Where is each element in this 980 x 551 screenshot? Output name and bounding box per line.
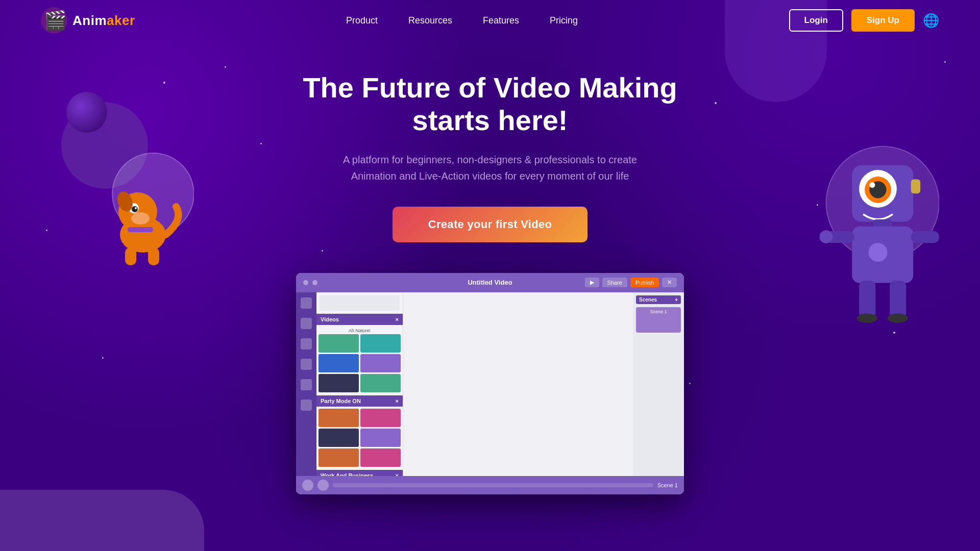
panel-section-videos: Videos × (316, 314, 403, 325)
svg-rect-27 (890, 281, 906, 318)
svg-point-22 (869, 243, 888, 262)
thumb-3 (318, 354, 359, 372)
robot-character (817, 128, 939, 337)
sidebar-text-icon[interactable] (301, 338, 312, 349)
panel-party-grid (316, 409, 403, 470)
wave-decoration (0, 490, 204, 551)
panel-category-label: Ah Nature! (316, 327, 403, 334)
svg-point-5 (131, 212, 150, 224)
app-dot-1 (303, 280, 308, 285)
svg-rect-19 (911, 180, 920, 194)
scenes-title: Scenes + (636, 295, 681, 304)
svg-rect-12 (148, 247, 159, 265)
thumb-8 (360, 409, 401, 427)
sidebar-shapes-icon[interactable] (301, 359, 312, 370)
globe-icon[interactable]: 🌐 (923, 13, 939, 29)
svg-rect-24 (911, 231, 939, 243)
svg-rect-11 (125, 247, 136, 265)
sidebar-search-icon[interactable] (301, 297, 312, 309)
app-bar-actions: ▶ Share Publish ✕ (585, 278, 677, 287)
svg-point-7 (132, 206, 138, 212)
nav-pricing[interactable]: Pricing (550, 15, 578, 26)
thumb-6 (360, 374, 401, 392)
app-body: Videos × Ah Nature! Party Mode ON × (296, 292, 684, 476)
panel-section-work: Work And Business × (316, 470, 403, 476)
thumb-12 (360, 448, 401, 467)
login-button[interactable]: Login (789, 9, 843, 32)
svg-text:🎬: 🎬 (44, 9, 67, 31)
timeline-avatar-1 (302, 480, 313, 491)
svg-point-18 (869, 182, 875, 188)
nav-links: Product Resources Features Pricing (346, 15, 578, 26)
nav-right: Login Sign Up 🌐 (789, 9, 939, 32)
app-dot-2 (312, 280, 317, 285)
logo-text: Animaker (72, 13, 135, 29)
navbar: 🎬 Animaker Product Resources Features Pr… (0, 0, 980, 41)
svg-point-25 (820, 230, 833, 243)
thumb-11 (318, 448, 359, 467)
sidebar-audio-icon[interactable] (301, 399, 312, 411)
thumb-4 (360, 354, 401, 372)
timeline-scene-label: Scene 1 (657, 482, 678, 488)
app-canvas[interactable] (403, 292, 633, 476)
thumb-1 (318, 334, 359, 353)
nav-pricing-link[interactable]: Pricing (550, 15, 578, 26)
app-sidebar (296, 292, 316, 476)
hero-subtitle: A platform for beginners, non-designers … (332, 152, 648, 184)
app-asset-panel: Videos × Ah Nature! Party Mode ON × (316, 292, 403, 476)
scene-1-label: Scene 1 (636, 307, 681, 316)
thumb-2 (360, 334, 401, 353)
app-share-btn[interactable]: Share (602, 278, 627, 287)
nav-product-link[interactable]: Product (346, 15, 378, 26)
app-title: Untitled Video (468, 279, 512, 286)
sidebar-char-icon[interactable] (301, 379, 312, 390)
svg-point-29 (887, 314, 908, 323)
thumb-5 (318, 374, 359, 392)
hero-title: The Future of Video Making starts here! (260, 71, 720, 137)
svg-point-28 (856, 314, 877, 323)
app-publish-btn[interactable]: Publish (630, 278, 659, 287)
app-screenshot: Untitled Video ▶ Share Publish ✕ (296, 273, 684, 494)
thumb-9 (318, 429, 359, 447)
panel-section-party: Party Mode ON × (316, 395, 403, 407)
app-timeline: Scene 1 (296, 476, 684, 494)
scene-1-thumb[interactable]: Scene 1 (636, 307, 681, 333)
app-titlebar: Untitled Video ▶ Share Publish ✕ (296, 273, 684, 292)
thumb-7 (318, 409, 359, 427)
svg-rect-10 (128, 227, 153, 232)
logo[interactable]: 🎬 Animaker (41, 7, 135, 34)
app-more-btn[interactable]: ✕ (662, 278, 677, 287)
nav-features[interactable]: Features (483, 15, 519, 26)
signup-button[interactable]: Sign Up (851, 9, 915, 32)
svg-point-8 (135, 207, 137, 209)
timeline-avatar-2 (317, 480, 329, 491)
nav-product[interactable]: Product (346, 15, 378, 26)
dog-character (82, 133, 194, 267)
app-scenes-panel: Scenes + Scene 1 (633, 292, 684, 476)
animaker-logo-icon: 🎬 (41, 7, 67, 34)
app-preview-btn[interactable]: ▶ (585, 278, 599, 287)
nav-resources[interactable]: Resources (408, 15, 452, 26)
timeline-track[interactable] (333, 483, 653, 487)
create-video-button[interactable]: Create your first Video (393, 207, 587, 242)
panel-nature-grid (316, 334, 403, 395)
svg-rect-26 (859, 281, 875, 318)
thumb-10 (360, 429, 401, 447)
panel-search-bar[interactable] (320, 295, 400, 311)
nav-resources-link[interactable]: Resources (408, 15, 452, 26)
nav-features-link[interactable]: Features (483, 15, 519, 26)
sidebar-media-icon[interactable] (301, 318, 312, 329)
